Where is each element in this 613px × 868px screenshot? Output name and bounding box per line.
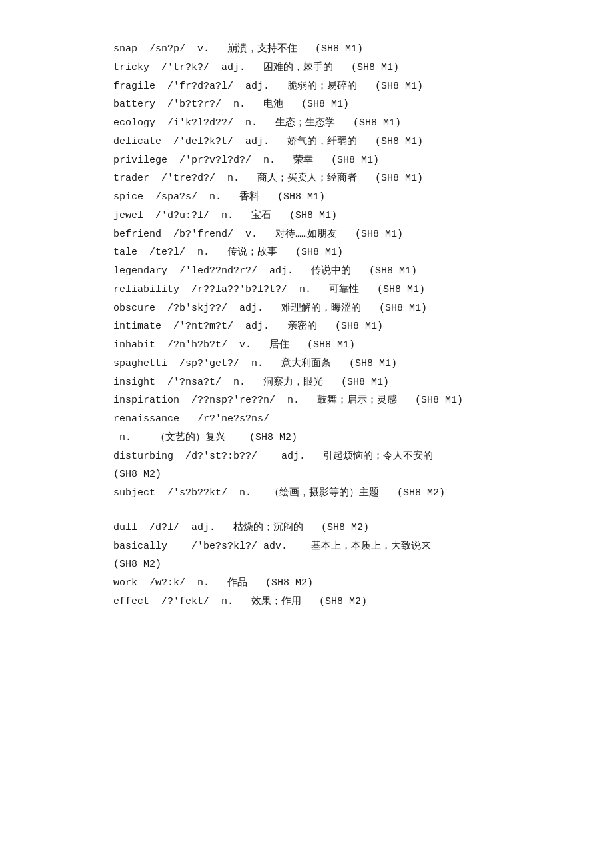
vocab-line: reliability /r??la??'b?l?t?/ n. 可靠性 (SH8…: [113, 281, 560, 299]
vocab-entry: legendary /'led??nd?r?/ adj. 传说中的 (SH8 M…: [113, 262, 560, 281]
vocab-line: subject /'s?b??kt/ n. （绘画，摄影等的）主题 (SH8 M…: [113, 484, 560, 503]
vocab-entry: ecology /i'k?l?d??/ n. 生态；生态学 (SH8 M1): [113, 114, 560, 133]
vocab-entry: inhabit /?n'h?b?t/ v. 居住 (SH8 M1): [113, 336, 560, 355]
vocab-entry: obscure /?b'skj??/ adj. 难理解的，晦涩的 (SH8 M1…: [113, 299, 560, 318]
vocab-line: work /w?:k/ n. 作品 (SH8 M2): [113, 574, 560, 593]
vocab-entry: snap /sn?p/ v. 崩溃，支持不住 (SH8 M1): [113, 40, 560, 59]
vocab-line: spice /spa?s/ n. 香料 (SH8 M1): [113, 188, 560, 207]
spacer: [113, 503, 560, 519]
vocab-entry: renaissance /r?'ne?s?ns/ n. （文艺的）复兴 (SH8…: [113, 410, 560, 447]
vocab-line: befriend /b?'frend/ v. 对待……如朋友 (SH8 M1): [113, 225, 560, 244]
vocab-line: jewel /'d?u:?l/ n. 宝石 (SH8 M1): [113, 207, 560, 225]
vocab-entry: tricky /'tr?k?/ adj. 困难的，棘手的 (SH8 M1): [113, 59, 560, 77]
vocab-line: insight /'?nsa?t/ n. 洞察力，眼光 (SH8 M1): [113, 373, 560, 392]
vocab-line: trader /'tre?d?/ n. 商人；买卖人；经商者 (SH8 M1): [113, 169, 560, 188]
vocab-line: tricky /'tr?k?/ adj. 困难的，棘手的 (SH8 M1): [113, 59, 560, 77]
vocab-line: delicate /'del?k?t/ adj. 娇气的，纤弱的 (SH8 M1…: [113, 133, 560, 151]
vocab-line: snap /sn?p/ v. 崩溃，支持不住 (SH8 M1): [113, 40, 560, 59]
vocab-line: battery /'b?t?r?/ n. 电池 (SH8 M1): [113, 95, 560, 114]
vocab-line: renaissance /r?'ne?s?ns/: [113, 410, 560, 429]
vocab-entry: jewel /'d?u:?l/ n. 宝石 (SH8 M1): [113, 207, 560, 225]
vocab-line: obscure /?b'skj??/ adj. 难理解的，晦涩的 (SH8 M1…: [113, 299, 560, 318]
vocab-entry: effect /?'fekt/ n. 效果；作用 (SH8 M2): [113, 593, 560, 611]
vocab-entry: delicate /'del?k?t/ adj. 娇气的，纤弱的 (SH8 M1…: [113, 133, 560, 151]
vocab-line: inhabit /?n'h?b?t/ v. 居住 (SH8 M1): [113, 336, 560, 355]
vocab-entry: spice /spa?s/ n. 香料 (SH8 M1): [113, 188, 560, 207]
vocab-entry: dull /d?l/ adj. 枯燥的；沉闷的 (SH8 M2): [113, 519, 560, 537]
vocab-entry: privilege /'pr?v?l?d?/ n. 荣幸 (SH8 M1): [113, 151, 560, 170]
vocab-entry: intimate /'?nt?m?t/ adj. 亲密的 (SH8 M1): [113, 317, 560, 336]
vocab-line: legendary /'led??nd?r?/ adj. 传说中的 (SH8 M…: [113, 262, 560, 281]
vocab-entry: battery /'b?t?r?/ n. 电池 (SH8 M1): [113, 95, 560, 114]
vocab-line: tale /te?l/ n. 传说；故事 (SH8 M1): [113, 243, 560, 262]
vocab-line: spaghetti /sp?'get?/ n. 意大利面条 (SH8 M1): [113, 355, 560, 373]
vocab-line-2: n. （文艺的）复兴 (SH8 M2): [113, 429, 560, 447]
vocab-entry: subject /'s?b??kt/ n. （绘画，摄影等的）主题 (SH8 M…: [113, 484, 560, 503]
vocab-entry: disturbing /d?'st?:b??/ adj. 引起烦恼的；令人不安的…: [113, 447, 560, 485]
vocab-entry: work /w?:k/ n. 作品 (SH8 M2): [113, 574, 560, 593]
vocab-line: privilege /'pr?v?l?d?/ n. 荣幸 (SH8 M1): [113, 151, 560, 170]
vocab-entry: befriend /b?'frend/ v. 对待……如朋友 (SH8 M1): [113, 225, 560, 244]
vocab-entry: insight /'?nsa?t/ n. 洞察力，眼光 (SH8 M1): [113, 373, 560, 392]
vocab-line: intimate /'?nt?m?t/ adj. 亲密的 (SH8 M1): [113, 317, 560, 336]
vocab-entry: tale /te?l/ n. 传说；故事 (SH8 M1): [113, 243, 560, 262]
vocab-entry: basically /'be?s?kl?/ adv. 基本上，本质上，大致说来(…: [113, 537, 560, 575]
vocab-entry: spaghetti /sp?'get?/ n. 意大利面条 (SH8 M1): [113, 355, 560, 373]
vocab-line: disturbing /d?'st?:b??/ adj. 引起烦恼的；令人不安的: [113, 447, 560, 466]
vocab-line: dull /d?l/ adj. 枯燥的；沉闷的 (SH8 M2): [113, 519, 560, 537]
vocab-line: ecology /i'k?l?d??/ n. 生态；生态学 (SH8 M1): [113, 114, 560, 133]
vocab-line-2: (SH8 M2): [113, 555, 560, 574]
vocab-entry: trader /'tre?d?/ n. 商人；买卖人；经商者 (SH8 M1): [113, 169, 560, 188]
vocab-entry: fragile /'fr?d?a?l/ adj. 脆弱的；易碎的 (SH8 M1…: [113, 77, 560, 96]
vocab-entry: reliability /r??la??'b?l?t?/ n. 可靠性 (SH8…: [113, 281, 560, 299]
vocab-line-2: (SH8 M2): [113, 465, 560, 484]
vocab-line: effect /?'fekt/ n. 效果；作用 (SH8 M2): [113, 593, 560, 611]
vocab-line: fragile /'fr?d?a?l/ adj. 脆弱的；易碎的 (SH8 M1…: [113, 77, 560, 96]
vocab-entry: inspiration /??nsp?'re??n/ n. 鼓舞；启示；灵感 (…: [113, 391, 560, 410]
vocabulary-list: snap /sn?p/ v. 崩溃，支持不住 (SH8 M1)tricky /'…: [113, 40, 560, 611]
vocab-line: inspiration /??nsp?'re??n/ n. 鼓舞；启示；灵感 (…: [113, 391, 560, 410]
vocab-line: basically /'be?s?kl?/ adv. 基本上，本质上，大致说来: [113, 537, 560, 556]
